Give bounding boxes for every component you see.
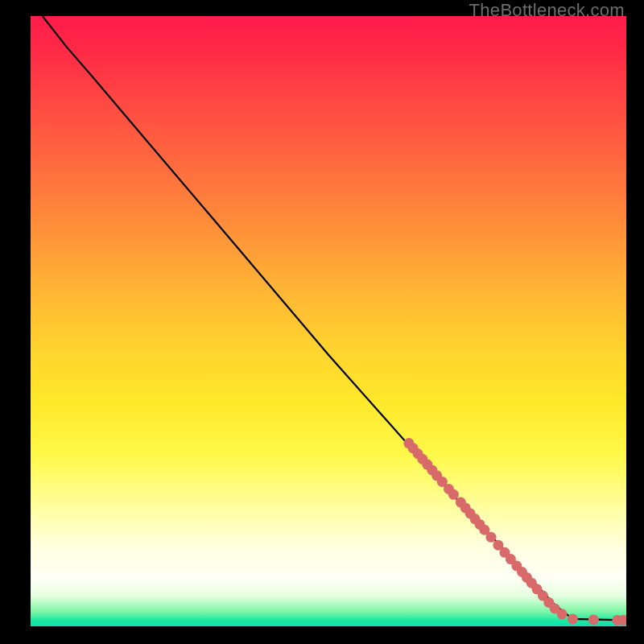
chart-frame: TheBottleneck.com xyxy=(0,0,644,644)
plot-gradient-area xyxy=(31,16,626,626)
